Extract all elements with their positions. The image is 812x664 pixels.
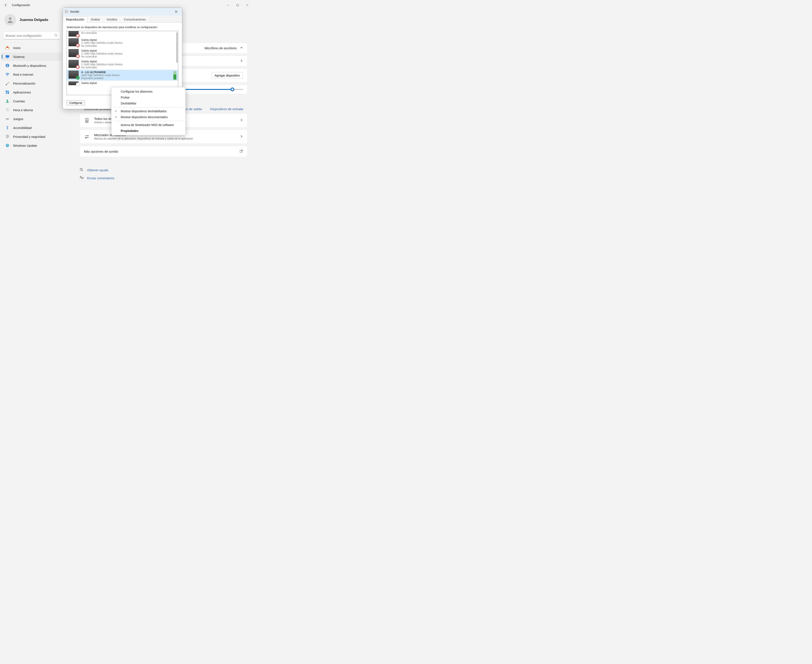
- device-name: Salida digital: [81, 38, 176, 41]
- menu-configure-speakers[interactable]: Configurar los altavoces: [111, 89, 186, 94]
- nav-label: Red e Internet: [13, 73, 33, 76]
- search-input[interactable]: [6, 34, 54, 37]
- tab-comunicaciones[interactable]: Comunicaciones: [121, 16, 149, 23]
- svg-rect-12: [8, 91, 9, 92]
- search-box[interactable]: [3, 32, 60, 39]
- nav-update[interactable]: Windows Update: [2, 141, 62, 150]
- tab-reproduccion[interactable]: Reproducción: [63, 16, 87, 23]
- device-name: 4 - LG ULTRAWIDE: [81, 71, 172, 74]
- device-item[interactable]: Salida digital 2- AMD High Definition Au…: [67, 59, 178, 70]
- monitor-icon: [68, 60, 79, 68]
- nav-label: Bluetooth y dispositivos: [13, 64, 46, 67]
- output-devices-link[interactable]: os de salida: [185, 107, 202, 111]
- device-name: Salida digital: [81, 60, 176, 63]
- tab-grabar[interactable]: Grabar: [88, 16, 103, 23]
- svg-rect-34: [82, 177, 83, 179]
- maximize-button[interactable]: [233, 2, 242, 8]
- gamepad-icon: [5, 117, 10, 121]
- nav-accesibilidad[interactable]: Accesibilidad: [2, 124, 62, 132]
- nav-label: Cuentas: [13, 99, 25, 103]
- mixer-subtitle: Mezcla de volumen de la aplicación, disp…: [94, 137, 240, 140]
- dialog-tabs: Reproducción Grabar Sonidos Comunicacion…: [63, 15, 182, 23]
- nav-label: Hora e idioma: [13, 108, 33, 112]
- menu-deshabilitar[interactable]: Deshabilitar: [111, 101, 186, 106]
- svg-rect-1: [236, 4, 238, 6]
- monitor-icon: [68, 71, 79, 79]
- svg-point-3: [55, 34, 57, 36]
- device-status: No conectado: [81, 55, 176, 58]
- nav-hora[interactable]: Hora e idioma: [2, 106, 62, 114]
- menu-midi[interactable]: Acerca de Sintetizador MIDI de software: [111, 122, 186, 128]
- chevron-right-icon: [240, 135, 243, 138]
- more-sound-card[interactable]: Más opciones de sonido: [80, 146, 248, 157]
- nav-sistema[interactable]: Sistema: [2, 52, 62, 61]
- menu-show-disconnected[interactable]: Mostrar dispositivos desconectados: [111, 114, 186, 120]
- device-item[interactable]: Salida digital: [67, 81, 178, 86]
- svg-rect-14: [8, 93, 9, 94]
- nav-label: Aplicaciones: [13, 91, 31, 94]
- back-button[interactable]: [2, 1, 10, 9]
- svg-point-33: [80, 176, 81, 177]
- svg-point-28: [87, 135, 88, 136]
- device-name: Salida digital: [81, 49, 176, 52]
- chevron-right-icon: [240, 119, 243, 122]
- wifi-icon: [5, 72, 10, 77]
- monitor-icon: [68, 81, 79, 85]
- device-desc: 2- AMD High Definition Audio Device: [81, 52, 176, 55]
- svg-point-18: [7, 119, 7, 119]
- menu-separator: [114, 121, 183, 121]
- nav-privacidad[interactable]: Privacidad y seguridad: [2, 132, 62, 141]
- device-status: No conectado: [81, 66, 176, 69]
- menu-probar[interactable]: Probar: [111, 94, 186, 101]
- svg-point-10: [6, 84, 7, 85]
- search-icon: [54, 34, 58, 37]
- chevron-up-icon: [240, 46, 243, 50]
- device-item-selected[interactable]: 4 - LG ULTRAWIDE AMD High Definition Aud…: [67, 70, 178, 81]
- menu-show-disabled[interactable]: Mostrar dispositivos deshabilitados: [111, 108, 186, 114]
- nav-personalizacion[interactable]: Personalización: [2, 79, 62, 88]
- svg-point-32: [81, 170, 82, 170]
- monitor-icon: [68, 38, 79, 46]
- input-devices-link[interactable]: Dispositivos de entrada: [210, 107, 243, 111]
- feedback-icon: [80, 176, 84, 180]
- device-list[interactable]: 2- AMD High Definition Audio Device No c…: [67, 31, 178, 95]
- menu-propiedades[interactable]: Propiedades: [111, 128, 186, 134]
- dialog-titlebar[interactable]: Sonido: [63, 8, 182, 15]
- svg-point-9: [7, 75, 8, 76]
- nav-cuentas[interactable]: Cuentas: [2, 97, 62, 105]
- svg-rect-13: [6, 93, 7, 94]
- svg-point-29: [86, 137, 86, 138]
- bluetooth-icon: [5, 63, 10, 68]
- nav-label: Sistema: [13, 55, 24, 59]
- help-link[interactable]: Obtener ayuda: [80, 168, 248, 172]
- apps-icon: [5, 90, 10, 94]
- svg-point-15: [7, 99, 8, 101]
- feedback-label: Enviar comentarios: [87, 176, 114, 180]
- speaker-list-icon: [84, 117, 90, 124]
- nav-juegos[interactable]: Juegos: [2, 115, 62, 123]
- user-block[interactable]: Juanma Delgado: [0, 13, 64, 30]
- device-status: No conectado: [81, 31, 176, 34]
- nav-inicio[interactable]: Inicio: [2, 44, 62, 52]
- close-button[interactable]: [242, 2, 252, 8]
- nav-red[interactable]: Red e Internet: [2, 70, 62, 79]
- monitor-icon: [68, 49, 79, 57]
- avatar: [4, 14, 16, 26]
- svg-rect-11: [6, 91, 7, 92]
- brush-icon: [5, 81, 10, 86]
- minimize-button[interactable]: [223, 2, 233, 8]
- device-item[interactable]: Salida digital 2- AMD High Definition Au…: [67, 48, 178, 59]
- device-item[interactable]: 2- AMD High Definition Audio Device No c…: [67, 31, 178, 37]
- user-name: Juanma Delgado: [20, 18, 48, 22]
- nav-aplicaciones[interactable]: Aplicaciones: [2, 88, 62, 96]
- svg-rect-17: [6, 118, 9, 120]
- nav-bluetooth[interactable]: Bluetooth y dispositivos: [2, 61, 62, 70]
- dialog-close-button[interactable]: [172, 9, 180, 15]
- chevron-right-icon[interactable]: [240, 59, 243, 63]
- add-device-button[interactable]: Agregar dispositivo: [212, 72, 243, 79]
- tab-sonidos[interactable]: Sonidos: [103, 16, 121, 23]
- feedback-link[interactable]: Enviar comentarios: [80, 176, 248, 180]
- system-icon: [5, 54, 10, 59]
- device-item[interactable]: Salida digital 2- AMD High Definition Au…: [67, 37, 178, 48]
- configure-button[interactable]: Configurar: [67, 100, 85, 106]
